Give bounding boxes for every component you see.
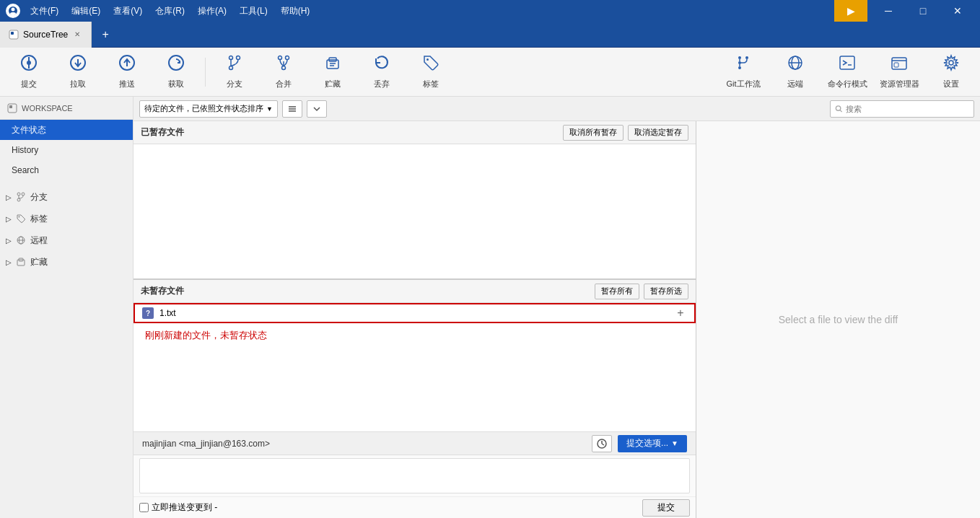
menu-help[interactable]: 帮助(H) (275, 4, 316, 19)
right-diff-area: Select a file to view the diff (696, 121, 980, 518)
toolbar-tag[interactable]: 标签 (408, 51, 454, 94)
svg-point-7 (27, 61, 31, 65)
toolbar-merge[interactable]: 合并 (261, 51, 307, 94)
toolbar-settings[interactable]: 设置 (928, 51, 974, 94)
toolbar-branch[interactable]: 分支 (211, 51, 258, 94)
file-unknown-icon: ? (142, 307, 154, 319)
file-add-btn[interactable]: + (674, 307, 687, 320)
commit-submit-label: 提交选项... (626, 437, 668, 449)
svg-point-18 (286, 56, 289, 60)
branch-label: 分支 (227, 79, 242, 89)
unstaged-panel-actions: 暂存所有 暂存所选 (595, 284, 688, 299)
toolbar-push[interactable]: 推送 (104, 51, 150, 94)
menu-actions[interactable]: 操作(A) (192, 4, 232, 19)
filter-list-btn[interactable] (282, 100, 302, 118)
stage-selected-btn[interactable]: 暂存所选 (644, 284, 688, 299)
commit-final-btn[interactable]: 提交 (642, 499, 690, 517)
tab-icon (9, 30, 19, 40)
tab-close[interactable]: ✕ (72, 30, 82, 40)
minimize-btn[interactable]: ─ (872, 0, 905, 22)
content-body: 已暂存文件 取消所有暂存 取消选定暂存 未暂存 (134, 121, 980, 518)
tag-label: 标签 (423, 79, 439, 89)
staged-panel-title: 已暂存文件 (141, 126, 184, 139)
filter-more-btn[interactable] (307, 100, 327, 118)
list-icon (287, 104, 297, 114)
filterbar: 待定的文件，已依照文件状态排序 ▼ (134, 97, 980, 121)
svg-point-55 (836, 105, 840, 110)
terminal-label: 命令行模式 (828, 79, 867, 89)
menu-tools[interactable]: 工具(L) (234, 4, 274, 19)
toolbar-remote[interactable]: 远端 (772, 51, 818, 94)
toolbar-terminal[interactable]: 命令行模式 (824, 51, 870, 94)
svg-point-44 (17, 198, 20, 201)
diff-placeholder: Select a file to view the diff (779, 314, 898, 325)
close-btn[interactable]: ✕ (941, 0, 974, 22)
toolbar-commit[interactable]: 提交 (6, 51, 52, 94)
staged-panel-actions: 取消所有暂存 取消选定暂存 (563, 125, 688, 141)
commit-push-checkbox-row: 立即推送变更到 - (139, 501, 217, 514)
toolbar-gitflow[interactable]: Git工作流 (720, 51, 766, 94)
svg-point-1 (12, 8, 15, 12)
content: 待定的文件，已依照文件状态排序 ▼ (134, 97, 980, 518)
commit-body (134, 455, 696, 496)
pull-label: 拉取 (70, 79, 86, 89)
pull-icon (69, 54, 87, 76)
settings-label: 设置 (943, 79, 959, 89)
discard-label: 丢弃 (374, 79, 390, 89)
sidebar-item-file-status[interactable]: 文件状态 (0, 120, 133, 140)
stashes-label: 贮藏 (30, 256, 48, 268)
branches-label: 分支 (30, 191, 48, 203)
toolbar-explorer[interactable]: 资源管理器 (876, 51, 922, 94)
svg-point-2 (10, 12, 16, 15)
commit-footer: 立即推送变更到 - 提交 (134, 496, 696, 518)
toolbar-stash[interactable]: 贮藏 (310, 51, 356, 94)
toolbar-fetch[interactable]: 获取 (153, 51, 199, 94)
filter-dropdown-label: 待定的文件，已依照文件状态排序 (144, 103, 263, 114)
unstage-selected-btn[interactable]: 取消选定暂存 (628, 125, 688, 141)
stash-icon (324, 54, 341, 76)
stage-all-btn[interactable]: 暂存所有 (595, 284, 639, 299)
toolbar-discard[interactable]: 丢弃 (359, 51, 405, 94)
commit-history-btn[interactable] (592, 435, 612, 452)
commit-submit-btn[interactable]: 提交选项... ▼ (618, 435, 687, 452)
sidebar-item-search[interactable]: Search (0, 160, 133, 180)
search-input[interactable] (846, 105, 969, 113)
sidebar-section-branches[interactable]: ▷ 分支 (0, 186, 133, 208)
menu-view[interactable]: 查看(V) (108, 4, 148, 19)
workspace-label: WORKSPACE (22, 104, 73, 113)
sidebar-section-tags[interactable]: ▷ 标签 (0, 208, 133, 229)
search-box[interactable] (830, 100, 974, 118)
bitbucket-btn[interactable]: ▶ (834, 0, 867, 22)
file-name: 1.txt (159, 308, 176, 318)
unstaged-files-list: ? 1.txt + 刚刚新建的文件，未暂存状态 (134, 303, 696, 431)
fetch-icon (167, 54, 185, 76)
sidebar-section-remotes[interactable]: ▷ 远程 (0, 229, 133, 251)
svg-point-17 (279, 56, 282, 60)
menu-edit[interactable]: 编辑(E) (66, 4, 106, 19)
toolbar-pull[interactable]: 拉取 (55, 51, 101, 94)
commit-push-checkbox[interactable] (139, 503, 149, 512)
new-tab-btn[interactable]: + (95, 24, 116, 45)
list-item[interactable]: ? 1.txt + (134, 303, 696, 323)
tags-icon (16, 214, 26, 224)
commit-message-input[interactable] (139, 458, 690, 493)
menu-repo[interactable]: 仓库(R) (149, 4, 191, 19)
explorer-label: 资源管理器 (880, 79, 919, 89)
merge-label: 合并 (276, 79, 292, 89)
sidebar-item-history[interactable]: History (0, 140, 133, 160)
staged-panel: 已暂存文件 取消所有暂存 取消选定暂存 (134, 121, 696, 280)
filter-dropdown[interactable]: 待定的文件，已依照文件状态排序 ▼ (139, 100, 278, 118)
sidebar-section-stashes[interactable]: ▷ 贮藏 (0, 251, 133, 273)
maximize-btn[interactable]: □ (906, 0, 940, 22)
tags-chevron: ▷ (6, 215, 12, 223)
branches-chevron: ▷ (6, 193, 12, 201)
svg-point-12 (169, 56, 183, 70)
commit-header: majinjian <ma_jinjian@163.com> 提交选项... ▼ (134, 432, 696, 455)
commit-user: majinjian <ma_jinjian@163.com> (142, 439, 586, 449)
menu-file[interactable]: 文件(F) (25, 4, 64, 19)
main-tab[interactable]: SourceTree ✕ (0, 22, 92, 48)
fetch-label: 获取 (168, 79, 184, 89)
commit-icon (20, 54, 38, 76)
svg-rect-38 (894, 63, 898, 67)
unstage-all-btn[interactable]: 取消所有暂存 (563, 125, 624, 141)
